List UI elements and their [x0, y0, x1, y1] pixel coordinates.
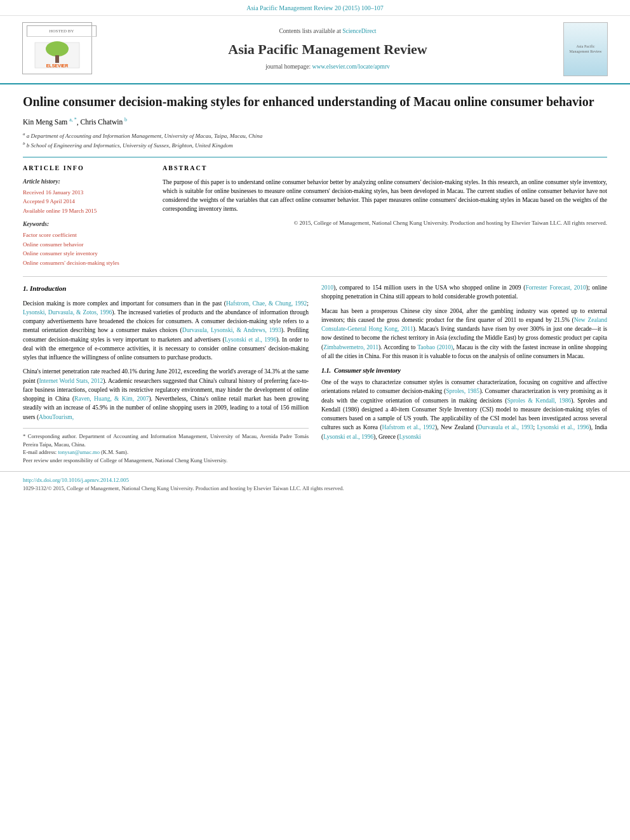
svg-text:ELSEVIER: ELSEVIER — [46, 63, 69, 68]
bottom-bar: http://dx.doi.org/10.1016/j.apmrv.2014.1… — [0, 471, 630, 497]
keyword-4: Online consumers' decision-making styles — [23, 258, 150, 267]
homepage-line: journal homepage: www.elsevier.com/locat… — [102, 63, 554, 71]
keyword-2: Online consumer behavior — [23, 240, 150, 249]
footnote-peer-review: Peer review under responsibility of Coll… — [23, 457, 309, 465]
main-content: Online consumer decision-making styles f… — [0, 84, 630, 471]
elsevier-image: ELSEVIER — [27, 39, 88, 71]
ref-hafstrom[interactable]: Hafstrom, Chae, & Chung, 1992 — [226, 300, 307, 307]
ref-forrester[interactable]: Forrester Forecast, 2010 — [525, 284, 586, 291]
ref-sproles85[interactable]: Sproles, 1985 — [446, 388, 479, 394]
author-b-sup: b — [124, 117, 127, 123]
paper-title: Online consumer decision-making styles f… — [23, 93, 607, 110]
doi-link[interactable]: http://dx.doi.org/10.1016/j.apmrv.2014.1… — [23, 477, 129, 483]
hosted-by-label: HOSTED BY — [27, 25, 97, 37]
journal-header-left: HOSTED BY ELSEVIER — [13, 22, 102, 77]
intro-num: 1. — [23, 284, 28, 292]
ref-nz-consulate[interactable]: New Zealand Consulate-General Hong Kong,… — [321, 317, 607, 332]
footnote-corresponding: * Corresponding author. Department of Ac… — [23, 432, 309, 449]
contents-available-line: Contents lists available at ScienceDirec… — [102, 27, 554, 36]
article-info-heading: ARTICLE INFO — [23, 164, 150, 173]
article-info-panel: ARTICLE INFO Article history: Received 1… — [23, 164, 150, 267]
ref-lysonski2[interactable]: Lysonski et al., 1996 — [225, 337, 277, 343]
intro-heading: 1. Introduction — [23, 283, 309, 294]
ref-durvasula93[interactable]: Durvasula et al., 1993 — [478, 424, 533, 430]
body-text-section: 1. Introduction Decision making is more … — [23, 283, 607, 465]
article-dates: Received 16 January 2013 Accepted 9 Apri… — [23, 188, 150, 215]
journal-thumbnail: Asia Pacific Management Review — [563, 22, 608, 76]
intro-title: Introduction — [30, 284, 66, 292]
abstract-text: The purpose of this paper is to understa… — [163, 178, 607, 214]
ref-internet-world[interactable]: Internet World Stats, 2012 — [39, 378, 103, 384]
issn-line: 1029-3132/© 2015, College of Management,… — [23, 484, 607, 493]
body-right-column: 2010), compared to 154 million users in … — [321, 283, 607, 465]
top-bar: Asia Pacific Management Review 20 (2015)… — [0, 0, 630, 16]
ref-raven[interactable]: Raven, Huang, & Kim, 2007 — [74, 396, 149, 402]
doi-line: http://dx.doi.org/10.1016/j.apmrv.2014.1… — [23, 476, 607, 485]
ref-lysonski1[interactable]: Lysonski, Durvasula, & Zotos, 1996 — [23, 309, 112, 316]
ref-durvasula[interactable]: Durvasula, Lysonski, & Andrews, 1993 — [182, 327, 281, 333]
affiliation-a: a a Department of Accounting and Informa… — [23, 131, 607, 141]
accepted-date: Accepted 9 April 2014 — [23, 197, 150, 206]
journal-header-right: Asia Pacific Management Review — [554, 22, 617, 76]
ref-hafstrom92[interactable]: Hafstrom et al., 1992 — [382, 424, 435, 430]
subsection-1-1-para: One of the ways to characterize consumer… — [321, 378, 607, 441]
ref-aboutourism[interactable]: AbouTourism, — [39, 414, 74, 420]
keywords-section: Keywords: Factor score coefficient Onlin… — [23, 220, 150, 267]
authors-line: Kin Meng Sam a, *, Chris Chatwin b — [23, 116, 607, 127]
contents-text: Contents lists available at — [279, 28, 340, 34]
journal-citation: Asia Pacific Management Review 20 (2015)… — [246, 4, 384, 11]
keyword-1: Factor score coefficient — [23, 230, 150, 239]
ref-lysonski96[interactable]: Lysonski et al., 1996 — [537, 424, 589, 430]
sciencedirect-link[interactable]: ScienceDirect — [342, 28, 376, 34]
article-history-label: Article history: — [23, 178, 150, 186]
abstract-section: ABSTRACT The purpose of this paper is to… — [163, 164, 607, 267]
subsection-1-1-heading: 1.1. Consumer style inventory — [321, 366, 607, 375]
author-a-sup: a, * — [69, 117, 77, 123]
body-left-column: 1. Introduction Decision making is more … — [23, 283, 309, 465]
footnote-email: E-mail address: tonysan@umac.mo (K.M. Sa… — [23, 448, 309, 457]
article-info-abstract-section: ARTICLE INFO Article history: Received 1… — [23, 157, 607, 267]
thumb-label: Asia Pacific Management Review — [566, 44, 605, 55]
abstract-copyright: © 2015, College of Management, National … — [163, 219, 607, 227]
intro-para1: Decision making is more complex and impo… — [23, 299, 309, 363]
journal-header: HOSTED BY ELSEVIER Contents lists availa… — [0, 16, 630, 84]
keywords-label: Keywords: — [23, 220, 150, 229]
ref-zimbabwe[interactable]: Zimbabwemetro, 2011 — [323, 344, 379, 350]
keyword-3: Online consumer style inventory — [23, 249, 150, 258]
email-link[interactable]: tonysan@umac.mo — [58, 449, 100, 455]
ref-taobao[interactable]: Taobao (2010) — [417, 344, 453, 350]
ref-aboutourism2[interactable]: 2010 — [321, 284, 333, 291]
svg-point-1 — [46, 41, 69, 57]
homepage-link[interactable]: www.elsevier.com/locate/apmrv — [312, 63, 390, 70]
journal-header-center: Contents lists available at ScienceDirec… — [102, 27, 554, 71]
abstract-heading: ABSTRACT — [163, 164, 607, 173]
ref-lysonski96-india[interactable]: Lysonski et al., 1996 — [323, 434, 373, 440]
elsevier-tree-svg: ELSEVIER — [32, 39, 83, 71]
received-date: Received 16 January 2013 — [23, 188, 150, 197]
affiliation-b: b b School of Engineering and Informatic… — [23, 140, 607, 150]
section-divider — [23, 276, 607, 277]
journal-title: Asia Pacific Management Review — [102, 40, 554, 60]
homepage-text: journal homepage: — [265, 63, 311, 70]
affiliations: a a Department of Accounting and Informa… — [23, 131, 607, 150]
right-para1: 2010), compared to 154 million users in … — [321, 283, 607, 302]
ref-sproles86[interactable]: Sproles & Kendall, 1986 — [507, 397, 571, 404]
available-date: Available online 19 March 2015 — [23, 206, 150, 215]
footnotes: * Corresponding author. Department of Ac… — [23, 428, 309, 465]
intro-para2: China's internet penetration rate reache… — [23, 367, 309, 422]
ref-lysonski-greece[interactable]: Lysonski — [399, 434, 420, 440]
svg-rect-2 — [55, 55, 59, 63]
right-para2: Macau has been a prosperous Chinese city… — [321, 307, 607, 361]
elsevier-logo: HOSTED BY ELSEVIER — [22, 22, 92, 74]
